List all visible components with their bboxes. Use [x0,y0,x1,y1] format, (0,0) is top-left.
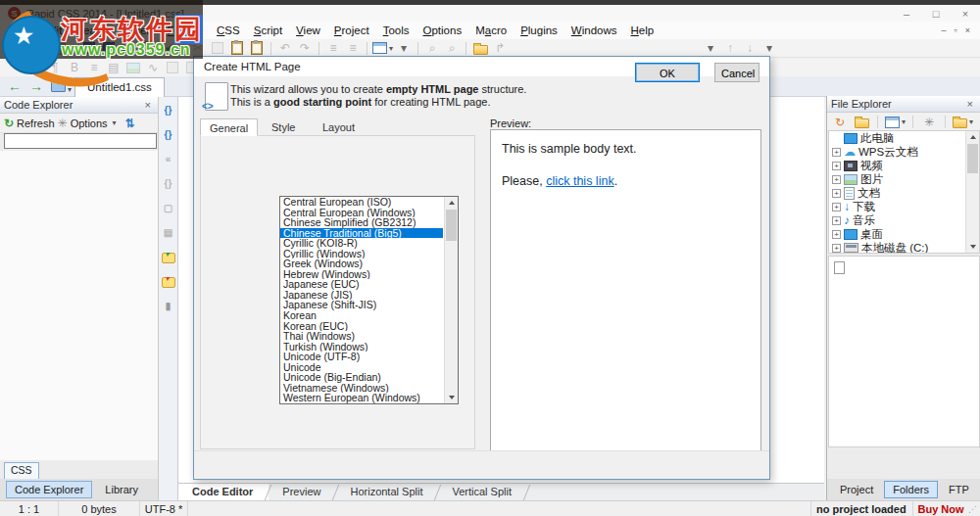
cancel-button[interactable]: Cancel [714,63,760,82]
buy-now-link[interactable]: Buy Now [913,501,968,516]
encoding-option[interactable]: Turkish (Windows) [280,342,443,352]
menu-file[interactable]: File [4,23,36,38]
tab-folders[interactable]: Folders [884,481,938,498]
tab-project[interactable]: Project [831,481,882,498]
expand-icon[interactable]: + [832,162,841,170]
menu-search[interactable]: Search [69,23,118,38]
encoding-option[interactable]: Japanese (EUC) [280,279,443,290]
encoding-option[interactable]: Unicode (UTF-8) [280,352,443,362]
tag-insert-icon[interactable] [160,250,177,265]
recent-files-icon[interactable]: ▾ [51,79,72,94]
open-icon[interactable]: ▾ [58,40,78,56]
menu-macro[interactable]: Macro [468,23,514,38]
encoding-option[interactable]: Central European (Windows) [280,208,443,218]
collapse-icon[interactable]: ▮ [160,299,177,314]
encoding-option[interactable]: Korean (EUC) [280,321,443,332]
menu-css[interactable]: CSS [210,23,247,38]
tree-item[interactable]: +☁WPS云文档 [829,145,979,159]
tree-scrollbar[interactable] [965,131,979,253]
tag-remove-icon[interactable] [160,274,177,290]
tab-style[interactable]: Style [263,118,304,136]
encoding-option[interactable]: Thai (Windows) [280,331,443,342]
refresh-icon[interactable]: ↻ [831,115,849,130]
menu-plugins[interactable]: Plugins [514,23,564,38]
expand-icon[interactable]: + [832,216,841,225]
scrollbar-thumb[interactable] [446,210,457,241]
encoding-option[interactable]: Greek (Windows) [280,258,443,269]
menu-options[interactable]: Options [416,23,469,38]
encoding-option[interactable]: Vietnamese (Windows) [280,383,443,394]
code-explorer-filter-input[interactable] [4,133,157,149]
encoding-option[interactable]: Hebrew (Windows) [280,269,443,280]
tree-item[interactable]: +↓下载 [829,200,979,213]
encoding-option[interactable]: Central European (ISO) [280,197,443,208]
tab-code-explorer[interactable]: Code Explorer [6,481,92,498]
menu-format[interactable]: Format [161,23,210,38]
paste-special-icon[interactable] [248,40,266,56]
dropdown-scrollbar[interactable] [444,197,458,403]
tab-ftp[interactable]: FTP [940,481,978,498]
ok-button[interactable]: OK [635,63,700,82]
refresh-button[interactable]: Refresh [17,117,55,129]
menu-insert[interactable]: Insert [119,23,161,38]
encoding-option[interactable]: Japanese (JIS) [280,290,443,301]
mdi-restore-button[interactable]: ▫ [955,25,957,35]
minimize-button[interactable]: – [892,8,921,20]
paste-icon[interactable] [228,40,246,56]
outline-box-icon[interactable]: ▢ [160,201,177,216]
tab-library[interactable]: Library [96,481,147,498]
braces-disabled-icon[interactable]: {} [160,176,177,192]
encoding-option[interactable]: Unicode (Big-Endian) [280,372,443,383]
settings-gear-icon[interactable]: ✳ [920,115,938,130]
sort-icon[interactable]: ⇅ [125,117,135,129]
spellcheck-icon[interactable]: ✔ [161,40,178,56]
mdi-minimize-button[interactable]: – [942,25,947,35]
expand-icon[interactable]: + [832,203,841,211]
split-view-icon[interactable]: ▾ [372,40,393,56]
view-tab-code-editor[interactable]: Code Editor [178,484,269,500]
menu-script[interactable]: Script [247,23,289,38]
document-tab[interactable]: Untitled1.css [74,77,165,97]
css-node-chip[interactable]: CSS [4,462,39,480]
scroll-up-icon[interactable] [966,131,979,143]
braces-icon[interactable]: {} [160,127,177,143]
tree-item[interactable]: +桌面 [829,227,979,241]
encoding-option[interactable]: Chinese Simplified (GB2312) [280,217,443,228]
toolbar-overflow-icon[interactable]: ▾ [395,40,413,56]
encoding-option[interactable]: Unicode [280,362,443,373]
maximize-button[interactable]: □ [921,8,951,20]
scroll-down-icon[interactable] [966,241,979,253]
encoding-option[interactable]: Japanese (Shift-JIS) [280,300,443,310]
expand-icon[interactable]: + [832,175,841,184]
chevrons-icon[interactable]: « [160,152,177,167]
view-tab-vertical-split[interactable]: Vertical Split [438,484,527,500]
menu-edit[interactable]: Edit [36,23,70,38]
menu-project[interactable]: Project [327,23,376,38]
view-tab-horizontal-split[interactable]: Horizontal Split [336,484,438,500]
menu-windows[interactable]: Windows [564,23,624,38]
scroll-up-icon[interactable] [445,197,458,209]
scroll-down-icon[interactable] [445,392,458,403]
menu-help[interactable]: Help [624,23,662,38]
forward-icon[interactable]: → [29,78,43,94]
save-icon[interactable] [80,40,98,56]
publish-folder-icon[interactable] [471,40,489,56]
back-icon[interactable]: ← [8,78,22,94]
overflow-icon[interactable]: ▾ [760,40,778,56]
expand-icon[interactable]: + [832,244,841,253]
tree-item[interactable]: 此电脑 [829,131,979,145]
mdi-close-button[interactable]: × [965,25,970,35]
browse-folder-icon[interactable]: ▾ [953,115,973,130]
save-all-icon[interactable] [100,40,118,56]
encoding-option[interactable]: Western European (Windows) [280,393,443,403]
comment-icon[interactable]: ❝ [7,60,24,75]
tree-item[interactable]: +本地磁盘 (C:) [829,241,979,254]
scrollbar-thumb[interactable] [967,144,978,173]
expand-icon[interactable]: + [832,148,841,157]
options-button[interactable]: Options [71,117,108,129]
title-bar[interactable]: S Rapid CSS 2014 - [Untitled1.css] – □ × [0,5,980,22]
view-tab-preview[interactable]: Preview [269,484,336,500]
encoding-option[interactable]: Chinese Traditional (Big5) [280,228,443,239]
export-icon[interactable] [120,40,137,56]
tab-layout[interactable]: Layout [314,118,364,136]
